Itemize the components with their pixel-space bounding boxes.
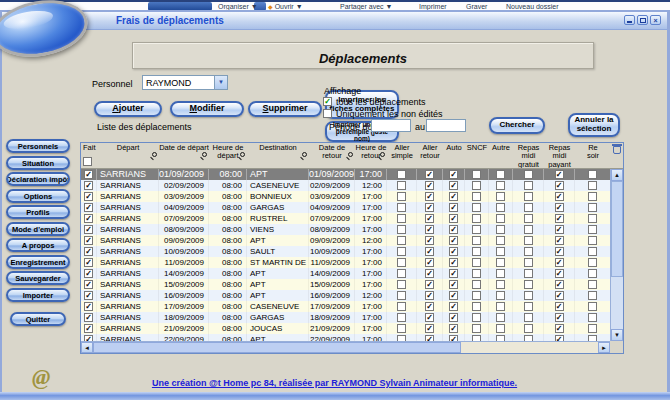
toolbar-item-imprimer[interactable]: Imprimer (419, 3, 447, 10)
checkbox-fait[interactable]: ✓ (84, 236, 93, 245)
table-row[interactable]: ✓SARRIANS07/09/200908:00RUSTREL07/09/200… (81, 213, 610, 224)
quitter-button[interactable]: Quitter (10, 312, 66, 326)
checkbox-sncf[interactable] (472, 214, 481, 223)
column-header-date_retour[interactable]: Date de retour (309, 143, 355, 168)
checkbox-sncf[interactable] (472, 192, 481, 201)
search-column-icon[interactable] (380, 152, 385, 157)
chevron-down-icon[interactable]: ▼ (214, 76, 227, 89)
checkbox-repas_midi_payant[interactable]: ✓ (555, 324, 564, 333)
maximize-button[interactable] (637, 15, 648, 25)
tous-deplacements-checkbox[interactable]: ✓ (323, 97, 332, 106)
checkbox-repas_midi_payant[interactable]: ✓ (555, 236, 564, 245)
checkbox-repas_soir[interactable] (588, 181, 597, 190)
checkbox-auto[interactable]: ✓ (449, 214, 458, 223)
checkbox-fait[interactable]: ✓ (84, 214, 93, 223)
sidebar-button-situation[interactable]: Situation (6, 156, 70, 170)
scroll-down-arrow[interactable]: ▼ (611, 329, 623, 341)
footer-credit-link[interactable]: Une création @t Home pc 84, réalisée par… (2, 378, 667, 388)
checkbox-sncf[interactable] (472, 236, 481, 245)
checkbox-auto[interactable]: ✓ (449, 313, 458, 322)
checkbox-repas_midi_payant[interactable]: ✓ (555, 192, 564, 201)
checkbox-auto[interactable]: ✓ (449, 280, 458, 289)
checkbox-auto[interactable]: ✓ (449, 225, 458, 234)
checkbox-autre[interactable] (496, 214, 505, 223)
table-row[interactable]: ✓SARRIANS16/09/200908:00APT16/09/200912:… (81, 290, 610, 301)
annuler-selection-button[interactable]: Annuler la sélection (568, 113, 620, 137)
checkbox-repas_soir[interactable] (588, 324, 597, 333)
checkbox-repas_midi_payant[interactable]: ✓ (555, 214, 564, 223)
checkbox-repas_soir[interactable] (588, 203, 597, 212)
checkbox-fait[interactable]: ✓ (84, 302, 93, 311)
table-row[interactable]: ✓SARRIANS17/09/200908:00CASENEUVE17/09/2… (81, 301, 610, 312)
checkbox-autre[interactable] (496, 236, 505, 245)
checkbox-autre[interactable] (496, 302, 505, 311)
checkbox-aller_retour[interactable]: ✓ (425, 225, 434, 234)
checkbox-sncf[interactable] (472, 324, 481, 333)
checkbox-fait[interactable]: ✓ (84, 170, 93, 179)
fait-header-checkbox[interactable] (83, 157, 92, 166)
checkbox-auto[interactable]: ✓ (449, 247, 458, 256)
checkbox-repas_midi_gratuit[interactable] (524, 291, 533, 300)
sidebar-button-mode-d-emploi[interactable]: Mode d'emploi (6, 222, 70, 236)
periode-au-input[interactable] (426, 119, 466, 132)
checkbox-autre[interactable] (496, 280, 505, 289)
checkbox-repas_soir[interactable] (588, 302, 597, 311)
checkbox-repas_soir[interactable] (588, 170, 597, 179)
checkbox-repas_soir[interactable] (588, 280, 597, 289)
checkbox-repas_midi_gratuit[interactable] (524, 203, 533, 212)
checkbox-repas_midi_gratuit[interactable] (524, 269, 533, 278)
table-row[interactable]: ✓SARRIANS18/09/200908:00GARGAS18/09/2009… (81, 312, 610, 323)
checkbox-repas_midi_gratuit[interactable] (524, 258, 533, 267)
checkbox-repas_midi_gratuit[interactable] (524, 302, 533, 311)
checkbox-repas_soir[interactable] (588, 236, 597, 245)
trash-icon[interactable] (613, 146, 621, 154)
sidebar-button-sauvegarder[interactable]: Sauvegarder (6, 271, 70, 285)
checkbox-repas_soir[interactable] (588, 192, 597, 201)
toolbar-item-organiser[interactable]: Organiser ▼ (218, 3, 258, 10)
toolbar-item-nouveau-dossier[interactable]: Nouveau dossier (506, 3, 559, 10)
checkbox-sncf[interactable] (472, 291, 481, 300)
checkbox-autre[interactable] (496, 225, 505, 234)
search-column-icon[interactable] (348, 152, 353, 157)
checkbox-repas_soir[interactable] (588, 269, 597, 278)
checkbox-autre[interactable] (496, 247, 505, 256)
ajouter-button[interactable]: Ajouter (94, 101, 162, 117)
checkbox-autre[interactable] (496, 269, 505, 278)
checkbox-aller_simple[interactable] (397, 225, 406, 234)
column-header-fait[interactable]: Fait (81, 143, 97, 168)
checkbox-repas_midi_payant[interactable]: ✓ (555, 170, 564, 179)
checkbox-repas_soir[interactable] (588, 225, 597, 234)
table-row[interactable]: ✓SARRIANS22/09/200908:00APT22/09/200917:… (81, 334, 610, 341)
checkbox-repas_midi_payant[interactable]: ✓ (555, 225, 564, 234)
horizontal-scrollbar[interactable]: ◄ ► (81, 341, 610, 353)
checkbox-aller_simple[interactable] (397, 324, 406, 333)
checkbox-repas_midi_gratuit[interactable] (524, 192, 533, 201)
column-header-date_depart[interactable]: Date de départ (159, 143, 209, 168)
checkbox-auto[interactable]: ✓ (449, 291, 458, 300)
checkbox-auto[interactable]: ✓ (449, 192, 458, 201)
table-row[interactable]: ✓SARRIANS11/09/200908:00ST MARTIN DE C11… (81, 257, 610, 268)
checkbox-repas_midi_payant[interactable]: ✓ (555, 280, 564, 289)
checkbox-aller_retour[interactable]: ✓ (425, 170, 434, 179)
table-row[interactable]: ✓SARRIANS10/09/200908:00SAULT10/09/20091… (81, 246, 610, 257)
checkbox-auto[interactable]: ✓ (449, 170, 458, 179)
sidebar-button-importer[interactable]: Importer (6, 288, 70, 302)
column-header-repas_midi_gratuit[interactable]: Repas midi gratuit (513, 143, 544, 168)
toolbar-item-graver[interactable]: Graver (466, 3, 487, 10)
checkbox-autre[interactable] (496, 291, 505, 300)
checkbox-repas_midi_gratuit[interactable] (524, 170, 533, 179)
checkbox-repas_midi_gratuit[interactable] (524, 324, 533, 333)
checkbox-aller_simple[interactable] (397, 192, 406, 201)
checkbox-auto[interactable]: ✓ (449, 258, 458, 267)
checkbox-fait[interactable]: ✓ (84, 203, 93, 212)
checkbox-repas_midi_payant[interactable]: ✓ (555, 247, 564, 256)
checkbox-autre[interactable] (496, 192, 505, 201)
minimize-button[interactable] (624, 15, 635, 25)
toolbar-item-partager-avec[interactable]: Partager avec ▼ (340, 3, 392, 10)
checkbox-sncf[interactable] (472, 302, 481, 311)
toolbar-item-ouvrir[interactable]: ◆Ouvrir ▼ (268, 3, 303, 10)
column-header-destination[interactable]: Destination (247, 143, 309, 168)
search-column-icon[interactable] (240, 152, 245, 157)
scroll-up-arrow[interactable]: ▲ (611, 169, 623, 181)
sidebar-button-profils[interactable]: Profils (6, 205, 70, 219)
